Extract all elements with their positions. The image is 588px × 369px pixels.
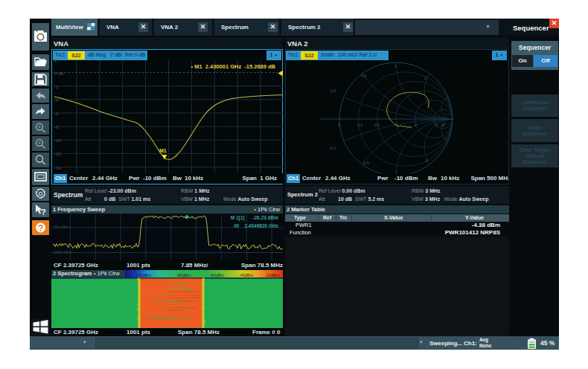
svg-text:5: 5	[435, 123, 438, 127]
svg-text:1: 1	[394, 64, 397, 68]
svg-text:0.5: 0.5	[361, 74, 366, 78]
svg-text:0.2: 0.2	[330, 89, 336, 93]
svg-text:-2: -2	[424, 158, 428, 163]
svg-text:0.5: 0.5	[374, 123, 380, 127]
svg-text:-0.5: -0.5	[362, 161, 369, 165]
svg-text:0: 0	[338, 123, 340, 127]
svg-text:?: ?	[41, 208, 46, 216]
svg-text:M1: M1	[159, 148, 167, 153]
svg-text:0.2: 0.2	[357, 123, 362, 127]
svg-text:-0.2: -0.2	[329, 146, 336, 150]
svg-text:2: 2	[415, 123, 417, 127]
svg-text:?: ?	[38, 223, 43, 234]
svg-text:10: 10	[441, 123, 445, 127]
svg-text:2: 2	[424, 76, 426, 80]
